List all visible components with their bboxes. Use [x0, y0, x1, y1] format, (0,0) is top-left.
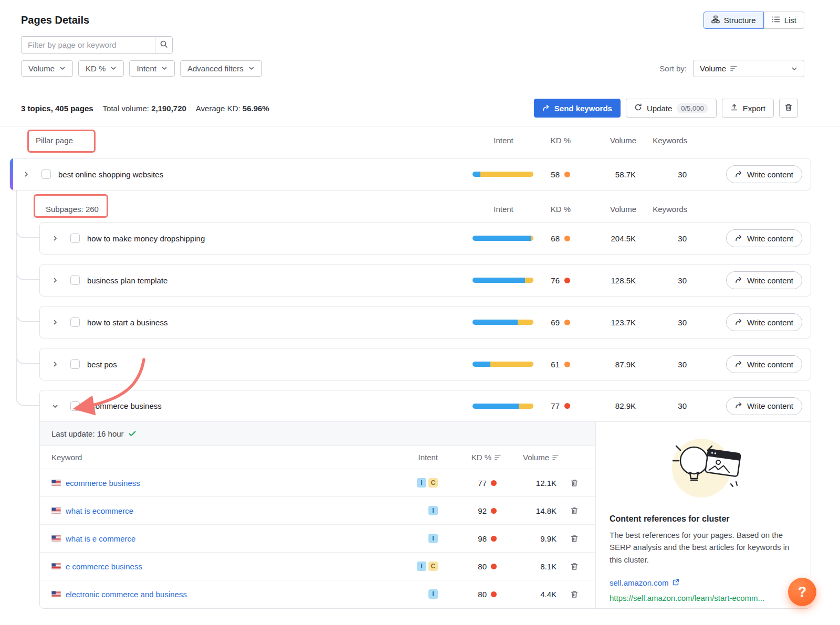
chevron-down-icon[interactable] — [46, 403, 64, 409]
sort-desc-icon — [495, 453, 501, 462]
keywords-count: 30 — [642, 234, 695, 243]
chevron-down-icon — [248, 64, 255, 73]
subpage-title: business plan template — [85, 276, 471, 285]
subpage-row[interactable]: how to start a business 69 123.7K 30 Wri… — [39, 306, 811, 338]
advanced-filters-dropdown[interactable]: Advanced filters — [180, 60, 262, 77]
us-flag-icon — [51, 479, 61, 488]
send-arrow-icon — [735, 276, 742, 285]
row-checkbox[interactable] — [70, 234, 80, 243]
pillar-page-row[interactable]: best online shopping websites 58 58.7K 3… — [9, 158, 811, 190]
structure-icon — [711, 15, 720, 25]
keyword-link[interactable]: ecommerce business — [51, 479, 385, 488]
intent-badges: I — [385, 534, 438, 543]
row-checkbox[interactable] — [41, 170, 51, 179]
us-flag-icon — [51, 534, 61, 543]
subpages-count-header: Subpages: 260 — [46, 205, 472, 214]
cluster-illustration — [610, 429, 796, 507]
topics-pages-count: 3 topics, 405 pages — [21, 104, 93, 113]
send-keywords-button[interactable]: Send keywords — [534, 99, 621, 118]
trash-icon[interactable] — [559, 563, 590, 570]
chevron-right-icon[interactable] — [46, 277, 64, 283]
trash-icon[interactable] — [559, 535, 590, 543]
sort-by-value: Volume — [700, 64, 726, 73]
write-content-button[interactable]: Write content — [726, 271, 802, 289]
help-button[interactable]: ? — [788, 578, 816, 606]
write-content-button[interactable]: Write content — [726, 397, 802, 415]
keyword-link[interactable]: electronic commerce and business — [51, 590, 385, 599]
intent-badges: IC — [385, 562, 438, 571]
intent-badge-commercial: C — [428, 478, 438, 488]
subpage-title: how to make money dropshipping — [85, 234, 471, 243]
trash-icon[interactable] — [559, 479, 590, 487]
write-content-button[interactable]: Write content — [726, 229, 802, 247]
list-label: List — [784, 16, 796, 25]
volume-filter-label: Volume — [28, 64, 55, 73]
keywords-count: 30 — [642, 401, 695, 410]
subpage-row[interactable]: how to make money dropshipping 68 204.5K… — [39, 222, 811, 255]
update-button[interactable]: Update 0/5,000 — [626, 99, 717, 118]
volume-filter-dropdown[interactable]: Volume — [21, 60, 73, 77]
kd-column-header: KD % — [535, 136, 577, 145]
write-content-button[interactable]: Write content — [726, 313, 802, 331]
average-kd: Average KD: 56.96% — [196, 104, 269, 113]
volume-column-header: Volume — [577, 205, 643, 214]
kd-dot — [564, 362, 570, 367]
row-checkbox[interactable] — [70, 401, 80, 411]
list-view-button[interactable]: List — [764, 12, 804, 29]
volume-column-header[interactable]: Volume — [501, 453, 559, 462]
row-checkbox[interactable] — [70, 359, 80, 369]
subpage-title: how to start a business — [85, 318, 471, 327]
volume-value: 128.5K — [576, 276, 642, 285]
pages-tree: Pillar page Intent KD % Volume Keywords … — [9, 126, 811, 609]
write-content-button[interactable]: Write content — [726, 165, 802, 183]
structure-view-button[interactable]: Structure — [704, 12, 764, 29]
search-button[interactable] — [155, 36, 173, 54]
volume-value: 12.1K — [501, 479, 559, 488]
summary-bar: 3 topics, 405 pages Total volume: 2,190,… — [0, 90, 840, 126]
volume-value: 9.9K — [501, 534, 559, 543]
kd-value: 92 — [438, 506, 501, 515]
trash-icon[interactable] — [559, 590, 590, 598]
intent-bar — [472, 404, 533, 409]
kd-dot — [491, 508, 497, 514]
kd-filter-dropdown[interactable]: KD % — [78, 60, 124, 77]
chevron-right-icon[interactable] — [46, 319, 64, 325]
refresh-icon — [634, 103, 642, 113]
subpage-title: ecommerce business — [85, 401, 471, 410]
intent-bar — [472, 320, 533, 325]
keyword-link[interactable]: e commerce business — [51, 562, 385, 571]
kd-value: 58 — [534, 170, 576, 179]
keyword-link[interactable]: what is e commerce — [51, 534, 385, 543]
intent-filter-dropdown[interactable]: Intent — [129, 60, 175, 77]
keyword-link[interactable]: what is ecommerce — [51, 506, 385, 515]
kd-dot — [491, 536, 497, 542]
keywords-count: 30 — [642, 318, 695, 327]
chevron-right-icon[interactable] — [17, 171, 35, 177]
reference-link[interactable]: sell.amazon.com — [610, 578, 796, 587]
reference-url[interactable]: https://sell.amazon.com/learn/start-ecom… — [610, 594, 796, 602]
row-checkbox[interactable] — [70, 276, 80, 285]
kd-column-header[interactable]: KD % — [438, 453, 501, 462]
write-content-button[interactable]: Write content — [726, 355, 802, 373]
intent-bar — [472, 362, 533, 367]
chevron-right-icon[interactable] — [46, 361, 64, 367]
sort-by-select[interactable]: Volume — [693, 60, 804, 77]
trash-icon[interactable] — [559, 507, 590, 515]
row-checkbox[interactable] — [70, 317, 80, 327]
kd-value: 80 — [438, 562, 501, 571]
kd-dot — [491, 564, 497, 569]
subpage-row[interactable]: best pos 61 87.9K 30 Write content — [39, 348, 811, 380]
subpage-row[interactable]: business plan template 76 128.5K 30 Writ… — [39, 264, 811, 296]
pillar-page-title: best online shopping websites — [56, 170, 471, 179]
kd-value: 69 — [534, 318, 576, 327]
keyword-row: electronic commerce and business I 80 4.… — [40, 580, 595, 608]
export-icon — [730, 103, 738, 113]
intent-badge-informational: I — [417, 562, 426, 571]
export-button[interactable]: Export — [722, 99, 774, 118]
chevron-right-icon[interactable] — [46, 235, 64, 241]
search-input[interactable] — [21, 36, 155, 54]
subpage-row-expanded[interactable]: ecommerce business 77 82.9K 30 Write con… — [39, 390, 811, 609]
kd-value: 77 — [438, 479, 501, 488]
delete-button[interactable] — [779, 99, 798, 118]
intent-badges: IC — [385, 478, 438, 488]
